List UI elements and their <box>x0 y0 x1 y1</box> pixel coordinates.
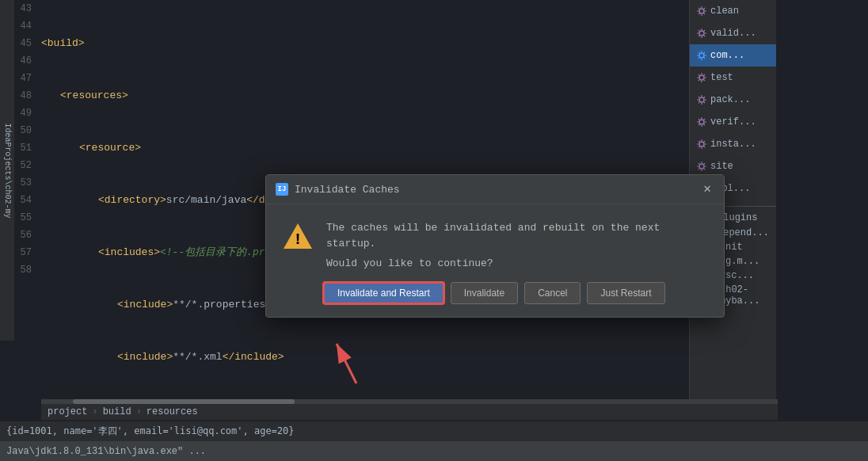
dialog-close-button[interactable]: ✕ <box>700 181 714 197</box>
invalidate-button[interactable]: Invalidate <box>451 282 518 304</box>
maven-clean[interactable]: clean <box>690 0 776 22</box>
dialog-footer: Invalidate and Restart Invalidate Cancel… <box>266 282 724 317</box>
breadcrumb-bar: project › build › resources <box>41 404 778 420</box>
just-restart-button[interactable]: Just Restart <box>587 282 664 304</box>
dialog-body: ! The caches will be invalidated and reb… <box>266 204 724 282</box>
code-line-43: <build> <box>41 35 689 52</box>
maven-install[interactable]: insta... <box>690 133 776 155</box>
maven-clean-label: clean <box>710 2 739 20</box>
line-num-58: 58 <box>13 265 32 276</box>
svg-point-2 <box>699 53 704 58</box>
line-num-43: 43 <box>13 3 32 14</box>
line-num-50: 50 <box>13 125 32 136</box>
cancel-button[interactable]: Cancel <box>524 282 581 304</box>
line-num-48: 48 <box>13 90 32 101</box>
svg-point-5 <box>699 120 704 124</box>
red-arrow <box>301 328 380 391</box>
horizontal-scrollbar[interactable] <box>41 399 778 404</box>
warning-icon: ! <box>282 220 314 252</box>
line-num-54: 54 <box>13 195 32 206</box>
dialog-title: Invalidate Caches <box>295 184 400 196</box>
dialog-message: The caches will be invalidated and rebui… <box>326 220 708 269</box>
maven-compile-label: com... <box>710 47 744 64</box>
line-num-53: 53 <box>13 177 32 189</box>
breadcrumb-resources[interactable]: resources <box>147 406 198 417</box>
scroll-thumb[interactable] <box>73 399 295 404</box>
svg-point-0 <box>699 9 704 13</box>
maven-test[interactable]: test <box>690 67 776 89</box>
breadcrumb-project[interactable]: project <box>48 406 87 417</box>
line-num-49: 49 <box>13 108 32 119</box>
invalidate-and-restart-button[interactable]: Invalidate and Restart <box>323 282 444 304</box>
svg-point-3 <box>699 75 704 80</box>
output-text: {id=1001, name='李四', email='lisi@qq.com'… <box>6 425 295 438</box>
code-line-44: <resources> <box>41 87 689 105</box>
line-num-45: 45 <box>13 38 32 49</box>
maven-site-label: site <box>710 158 733 175</box>
svg-point-1 <box>699 31 704 36</box>
line-num-47: 47 <box>13 73 32 84</box>
maven-compile[interactable]: com... <box>690 44 776 67</box>
svg-point-4 <box>699 97 704 102</box>
maven-verify-label: verif... <box>710 113 756 131</box>
breadcrumb-build[interactable]: build <box>103 406 131 417</box>
maven-test-label: test <box>710 69 733 86</box>
dialog-message-line1: The caches will be invalidated and rebui… <box>326 220 708 251</box>
output-bar: {id=1001, name='李四', email='lisi@qq.com'… <box>0 421 868 441</box>
line-num-56: 56 <box>13 230 32 241</box>
dependencies-label: Depend... <box>718 227 769 238</box>
status-text-1: Java\jdk1.8.0_131\bin\java.exe" ... <box>6 446 206 457</box>
maven-package-label: pack... <box>710 91 750 109</box>
file-path-bar: IdeaProjects\ch02-my <box>0 0 14 341</box>
invalidate-caches-dialog: IJ Invalidate Caches ✕ ! The caches will… <box>265 174 725 318</box>
maven-validate[interactable]: valid... <box>690 22 776 44</box>
breadcrumb: project › build › resources <box>48 406 198 417</box>
svg-point-6 <box>699 142 704 147</box>
maven-install-label: insta... <box>710 135 756 153</box>
breadcrumb-sep-2: › <box>136 406 142 417</box>
line-num-55: 55 <box>13 212 32 223</box>
line-num-57: 57 <box>13 247 32 258</box>
ch02-label: ch02-myba... <box>720 284 771 307</box>
status-bar: Java\jdk1.8.0_131\bin\java.exe" ... <box>0 441 868 461</box>
intellij-icon: IJ <box>276 183 288 196</box>
dialog-message-line2: Would you like to continue? <box>326 257 708 269</box>
svg-point-7 <box>699 164 704 169</box>
file-path-text: IdeaProjects\ch02-my <box>3 123 12 218</box>
maven-validate-label: valid... <box>710 25 756 42</box>
line-num-44: 44 <box>13 21 32 32</box>
maven-verify[interactable]: verif... <box>690 111 776 133</box>
line-num-52: 52 <box>13 160 32 171</box>
code-line-45: <resource> <box>41 139 689 157</box>
line-num-51: 51 <box>13 143 32 154</box>
dialog-title-left: IJ Invalidate Caches <box>276 183 400 196</box>
line-num-46: 46 <box>13 55 32 67</box>
svg-text:!: ! <box>293 230 303 249</box>
breadcrumb-sep-1: › <box>92 406 97 417</box>
dialog-titlebar: IJ Invalidate Caches ✕ <box>266 175 724 204</box>
maven-package[interactable]: pack... <box>690 89 776 111</box>
